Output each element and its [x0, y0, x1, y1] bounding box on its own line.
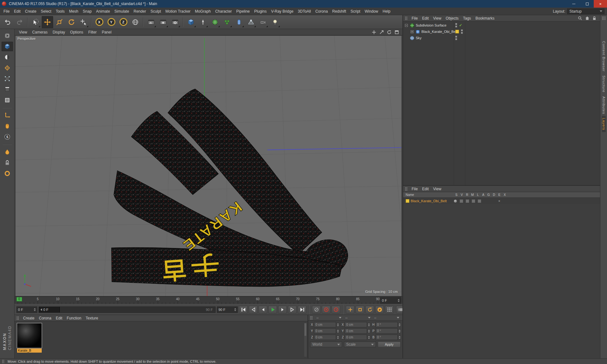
y-axis-lock-button[interactable]: Y — [106, 16, 117, 28]
interactive-workplane-button[interactable] — [2, 169, 13, 178]
collapse-icon[interactable] — [405, 24, 408, 27]
viewport-canvas[interactable]: KARATE — [15, 36, 402, 296]
channel-column-l[interactable]: L — [475, 193, 481, 197]
coordinate-stepper[interactable] — [368, 330, 370, 333]
rotate-tool-button[interactable] — [66, 16, 77, 28]
model-mode-button[interactable] — [2, 42, 13, 51]
menu-v-ray-bridge[interactable]: V-Ray Bridge — [269, 8, 296, 15]
coordinate-system-button[interactable] — [130, 16, 141, 28]
coords-header-size[interactable]: -- — [344, 316, 371, 319]
om-menu-bookmarks[interactable]: Bookmarks — [473, 15, 497, 21]
materials-menu-corona[interactable]: Corona — [37, 315, 53, 321]
menu-snap[interactable]: Snap — [81, 8, 94, 15]
menu-mograph[interactable]: MoGraph — [193, 8, 213, 15]
start-frame-stepper[interactable] — [34, 308, 36, 311]
menu-edit[interactable]: Edit — [12, 8, 23, 15]
name-column-header[interactable]: Name — [406, 193, 414, 197]
record-pla-button[interactable] — [385, 306, 394, 313]
menu-character[interactable]: Character — [213, 8, 234, 15]
home-icon[interactable] — [585, 16, 589, 20]
menu-simulate[interactable]: Simulate — [112, 8, 132, 15]
add-camera-button[interactable] — [257, 16, 269, 28]
axis-mode-button[interactable] — [2, 111, 13, 120]
record-position-button[interactable] — [346, 306, 354, 313]
end-frame-field[interactable]: 90 F — [217, 306, 238, 313]
visibility-dots[interactable] — [455, 36, 457, 40]
coordinate-field-p[interactable]: 0 ° — [376, 328, 398, 334]
mm-menu-edit[interactable]: Edit — [420, 186, 431, 192]
transform-mode-dropdown[interactable]: Scale — [344, 342, 376, 347]
coords-header-rotation[interactable]: -- — [373, 316, 401, 319]
expand-icon[interactable] — [411, 30, 414, 33]
autokey-button[interactable]: ? — [332, 306, 340, 313]
object-label[interactable]: Sky — [416, 36, 421, 40]
add-subdivision-surface-button[interactable] — [209, 16, 221, 28]
channel-x-icon[interactable]: × — [498, 199, 500, 203]
enabled-check-icon[interactable]: ✓ — [459, 23, 462, 27]
material-row-label[interactable]: Black_Karate_Obi_Belt — [411, 199, 447, 203]
channel-column-d[interactable]: D — [491, 193, 497, 197]
close-button[interactable]: × — [594, 0, 607, 8]
viewport-camera-label[interactable]: Perspective — [17, 37, 35, 40]
lock-icon[interactable] — [592, 16, 596, 20]
menu-render[interactable]: Render — [132, 8, 148, 15]
menu-select[interactable]: Select — [39, 8, 53, 15]
coordinate-field-x[interactable]: 0 cm — [314, 322, 336, 327]
viewport-perspective[interactable]: KARATE — [15, 35, 402, 296]
channel-column-a[interactable]: A — [481, 193, 486, 197]
coord-system-dropdown[interactable]: World — [310, 342, 342, 347]
apply-button[interactable]: Apply — [378, 342, 401, 347]
om-menu-objects[interactable]: Objects — [444, 15, 461, 21]
texture-tag-icon[interactable] — [455, 30, 459, 33]
coordinate-field-z[interactable]: 0 cm — [314, 335, 336, 340]
menu-plugins[interactable]: Plugins — [252, 8, 269, 15]
lock-workplane-button[interactable] — [2, 158, 13, 167]
channel-column-s[interactable]: S — [454, 193, 459, 197]
minimize-button[interactable] — [567, 0, 580, 8]
materials-menu-create[interactable]: Create — [21, 315, 37, 321]
redo-button[interactable] — [14, 16, 25, 28]
enable-snap-button[interactable] — [2, 121, 13, 131]
undo-button[interactable] — [2, 16, 13, 28]
channel-column-e[interactable]: E — [497, 193, 502, 197]
record-rotation-button[interactable] — [365, 306, 374, 313]
coordinate-field-x[interactable]: 0 cm — [345, 322, 367, 327]
channel-column-m[interactable]: M — [470, 193, 475, 197]
menu-tools[interactable]: Tools — [53, 8, 67, 15]
record-parameter-button[interactable]: P — [375, 306, 384, 313]
viewport-menu-cameras[interactable]: Cameras — [30, 29, 50, 35]
menu-create[interactable]: Create — [23, 8, 39, 15]
coordinate-stepper[interactable] — [368, 336, 370, 339]
menu-3dtoall[interactable]: 3DToAll — [296, 8, 313, 15]
karate-belt-model[interactable]: KARATE — [112, 89, 353, 286]
x-axis-lock-button[interactable]: X — [94, 16, 105, 28]
render-view-button[interactable] — [145, 16, 157, 28]
menu-window[interactable]: Window — [363, 8, 381, 15]
render-settings-button[interactable] — [169, 16, 181, 28]
viewport-pan-icon[interactable] — [371, 30, 377, 34]
viewport-toggle-icon[interactable] — [394, 30, 399, 34]
channel-chip-icon[interactable] — [460, 199, 463, 203]
play-button[interactable] — [268, 306, 277, 313]
material-name-label[interactable]: Karate_B — [17, 349, 42, 353]
search-icon[interactable] — [578, 16, 582, 20]
materials-menu-edit[interactable]: Edit — [53, 315, 64, 321]
coordinate-stepper[interactable] — [337, 336, 339, 339]
om-menu-edit[interactable]: Edit — [420, 15, 431, 21]
timeline-range-slider[interactable]: 0 F 90 F — [39, 306, 216, 313]
goto-end-button[interactable] — [298, 306, 306, 313]
om-menu-file[interactable]: File — [409, 15, 420, 21]
add-mograph-button[interactable] — [221, 16, 233, 28]
menu-pipeline[interactable]: Pipeline — [234, 8, 252, 15]
panel-grip-icon[interactable] — [16, 316, 19, 320]
coords-header-position[interactable]: -- — [315, 316, 343, 319]
menu-mesh[interactable]: Mesh — [67, 8, 80, 15]
object-row-black-karate-obi-belt[interactable]: Black_Karate_Obi_Belt — [403, 28, 600, 35]
coordinate-field-y[interactable]: 0 cm — [314, 328, 336, 334]
menu-sculpt[interactable]: Sculpt — [148, 8, 163, 15]
z-axis-lock-button[interactable]: Z — [118, 16, 129, 28]
channel-chip-icon[interactable] — [478, 199, 481, 203]
panel-grip-icon[interactable] — [405, 16, 408, 20]
materials-menu-function[interactable]: Function — [64, 315, 83, 321]
om-menu-tags[interactable]: Tags — [461, 15, 473, 21]
